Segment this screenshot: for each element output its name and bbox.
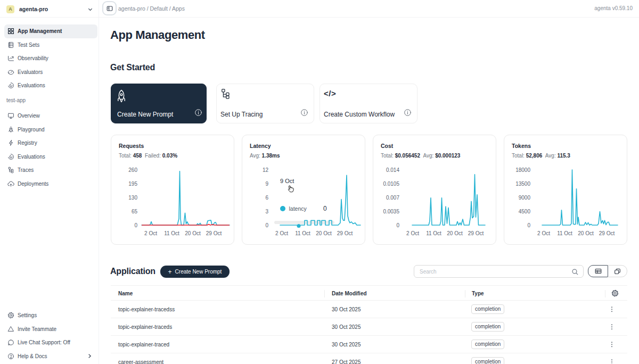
svg-text:0: 0: [323, 205, 327, 212]
svg-text:9 Oct: 9 Oct: [280, 178, 294, 184]
svg-text:29 Oct: 29 Oct: [468, 230, 484, 236]
svg-text:20 Oct: 20 Oct: [316, 230, 332, 236]
svg-text:20 Oct: 20 Oct: [185, 230, 201, 236]
svg-text:latency: latency: [289, 205, 307, 212]
svg-text:11 Oct: 11 Oct: [295, 230, 310, 236]
svg-text:20 Oct: 20 Oct: [578, 230, 594, 236]
svg-text:260: 260: [128, 167, 137, 173]
svg-text:29 Oct: 29 Oct: [206, 230, 222, 236]
svg-text:6: 6: [265, 195, 268, 201]
svg-text:2 Oct: 2 Oct: [144, 230, 157, 236]
svg-text:2 Oct: 2 Oct: [406, 230, 419, 236]
svg-text:130: 130: [128, 195, 137, 201]
svg-text:2 Oct: 2 Oct: [537, 230, 550, 236]
svg-text:4500: 4500: [519, 209, 531, 214]
svg-text:195: 195: [128, 181, 137, 187]
svg-text:13500: 13500: [515, 181, 530, 187]
svg-text:20 Oct: 20 Oct: [447, 230, 463, 236]
svg-text:29 Oct: 29 Oct: [337, 230, 353, 236]
svg-text:0: 0: [265, 222, 268, 228]
svg-text:11 Oct: 11 Oct: [426, 230, 441, 236]
svg-text:0: 0: [396, 222, 399, 228]
svg-text:65: 65: [132, 209, 138, 214]
svg-text:0.0035: 0.0035: [383, 209, 399, 214]
svg-text:0: 0: [134, 222, 137, 228]
svg-text:0: 0: [527, 222, 530, 228]
svg-text:9: 9: [265, 181, 268, 187]
svg-text:11 Oct: 11 Oct: [557, 230, 572, 236]
svg-text:0.007: 0.007: [386, 195, 399, 201]
svg-text:12: 12: [263, 167, 269, 173]
svg-text:29 Oct: 29 Oct: [599, 230, 615, 236]
svg-text:18000: 18000: [515, 167, 530, 173]
svg-text:0.0105: 0.0105: [383, 181, 399, 187]
svg-text:11 Oct: 11 Oct: [164, 230, 179, 236]
svg-text:0.014: 0.014: [386, 167, 399, 173]
svg-text:2 Oct: 2 Oct: [275, 230, 288, 236]
svg-text:9000: 9000: [519, 195, 531, 201]
svg-text:3: 3: [265, 209, 268, 214]
